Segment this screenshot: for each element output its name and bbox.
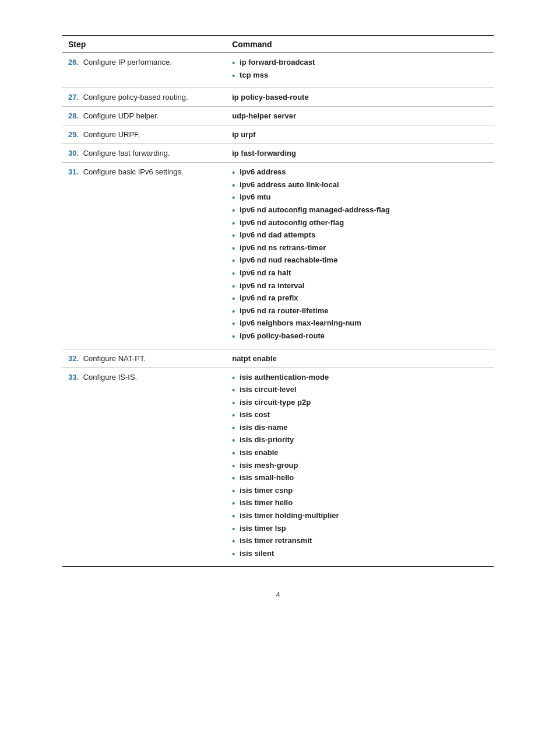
command-cell: natpt enable — [226, 349, 494, 368]
step-description: Configure UDP helper. — [81, 111, 159, 120]
list-item: isis mesh-group — [232, 461, 488, 473]
command-cell: ipv6 addressipv6 address auto link-local… — [226, 163, 494, 349]
step-header: Step — [62, 36, 226, 53]
step-number: 32. — [68, 354, 79, 363]
list-item: isis circuit-level — [232, 385, 488, 397]
step-description: Configure IP performance. — [81, 58, 172, 66]
list-item: ipv6 nd ra halt — [232, 268, 488, 280]
command-list: isis authentication-modeisis circuit-lev… — [232, 373, 488, 561]
step-cell: 26. Configure IP performance. — [62, 53, 226, 88]
step-number: 29. — [68, 130, 79, 139]
list-item: ipv6 nd autoconfig other-flag — [232, 218, 488, 230]
table-row: 30. Configure fast forwarding.ip fast-fo… — [62, 144, 494, 163]
table-row: 33. Configure IS-IS.isis authentication-… — [62, 368, 494, 566]
step-cell: 33. Configure IS-IS. — [62, 368, 226, 566]
command-list: ipv6 addressipv6 address auto link-local… — [232, 167, 488, 342]
list-item: ipv6 address auto link-local — [232, 180, 488, 192]
table-row: 31. Configure basic IPv6 settings.ipv6 a… — [62, 163, 494, 349]
list-item: isis circuit-type p2p — [232, 398, 488, 410]
step-number: 28. — [68, 111, 79, 120]
list-item: ipv6 nd ra router-lifetime — [232, 306, 488, 318]
list-item: ipv6 address — [232, 167, 488, 179]
list-item: isis timer csnp — [232, 486, 488, 498]
command-text: udp-helper server — [232, 111, 296, 120]
step-cell: 29. Configure URPF. — [62, 125, 226, 144]
page-number: 4 — [62, 590, 494, 599]
step-description: Configure fast forwarding. — [81, 149, 170, 158]
list-item: ipv6 mtu — [232, 192, 488, 204]
list-item: ipv6 nd nud reachable-time — [232, 256, 488, 267]
table-row: 27. Configure policy-based routing.ip po… — [62, 88, 494, 107]
list-item: ip forward-broadcast — [232, 58, 488, 69]
step-number: 31. — [68, 167, 79, 176]
step-number: 30. — [68, 149, 79, 158]
list-item: isis enable — [232, 448, 488, 460]
list-item: ipv6 neighbors max-learning-num — [232, 318, 488, 330]
list-item: isis dis-name — [232, 423, 488, 435]
step-number: 33. — [68, 373, 79, 382]
table-row: 26. Configure IP performance.ip forward-… — [62, 53, 494, 88]
command-header: Command — [226, 36, 494, 53]
list-item: tcp mss — [232, 71, 488, 82]
command-cell: ip forward-broadcasttcp mss — [226, 53, 494, 88]
list-item: isis dis-priority — [232, 435, 488, 447]
step-description: Configure basic IPv6 settings. — [81, 167, 184, 176]
list-item: isis timer hello — [232, 498, 488, 510]
table-row: 32. Configure NAT-PT.natpt enable — [62, 349, 494, 368]
list-item: isis timer holding-multiplier — [232, 511, 488, 523]
main-table: Step Command 26. Configure IP performanc… — [62, 35, 494, 567]
table-header-row: Step Command — [62, 36, 494, 53]
command-cell: isis authentication-modeisis circuit-lev… — [226, 368, 494, 566]
command-text: ip fast-forwarding — [232, 149, 296, 158]
list-item: ipv6 nd dad attempts — [232, 230, 488, 242]
step-cell: 30. Configure fast forwarding. — [62, 144, 226, 163]
list-item: ipv6 nd ra interval — [232, 281, 488, 293]
table-row: 28. Configure UDP helper.udp-helper serv… — [62, 107, 494, 125]
step-description: Configure URPF. — [81, 130, 140, 139]
page-container: Step Command 26. Configure IP performanc… — [51, 0, 505, 646]
command-list: ip forward-broadcasttcp mss — [232, 58, 488, 82]
step-cell: 32. Configure NAT-PT. — [62, 349, 226, 368]
step-cell: 28. Configure UDP helper. — [62, 107, 226, 125]
list-item: isis timer lsp — [232, 524, 488, 536]
command-text: ip policy-based-route — [232, 93, 308, 102]
command-cell: ip fast-forwarding — [226, 144, 494, 163]
list-item: isis cost — [232, 410, 488, 422]
table-row: 29. Configure URPF.ip urpf — [62, 125, 494, 144]
command-cell: udp-helper server — [226, 107, 494, 125]
list-item: ipv6 nd autoconfig managed-address-flag — [232, 205, 488, 217]
step-description: Configure IS-IS. — [81, 373, 137, 382]
list-item: isis timer retransmit — [232, 536, 488, 548]
command-cell: ip policy-based-route — [226, 88, 494, 107]
command-text: natpt enable — [232, 354, 277, 363]
list-item: ipv6 policy-based-route — [232, 331, 488, 343]
step-number: 27. — [68, 93, 79, 102]
list-item: ipv6 nd ns retrans-timer — [232, 243, 488, 255]
command-cell: ip urpf — [226, 125, 494, 144]
step-cell: 31. Configure basic IPv6 settings. — [62, 163, 226, 349]
list-item: isis silent — [232, 549, 488, 561]
list-item: ipv6 nd ra prefix — [232, 293, 488, 305]
step-description: Configure policy-based routing. — [81, 93, 188, 102]
step-description: Configure NAT-PT. — [81, 354, 146, 363]
step-number: 26. — [68, 58, 79, 66]
step-cell: 27. Configure policy-based routing. — [62, 88, 226, 107]
list-item: isis authentication-mode — [232, 373, 488, 384]
list-item: isis small-hello — [232, 473, 488, 485]
command-text: ip urpf — [232, 130, 255, 139]
